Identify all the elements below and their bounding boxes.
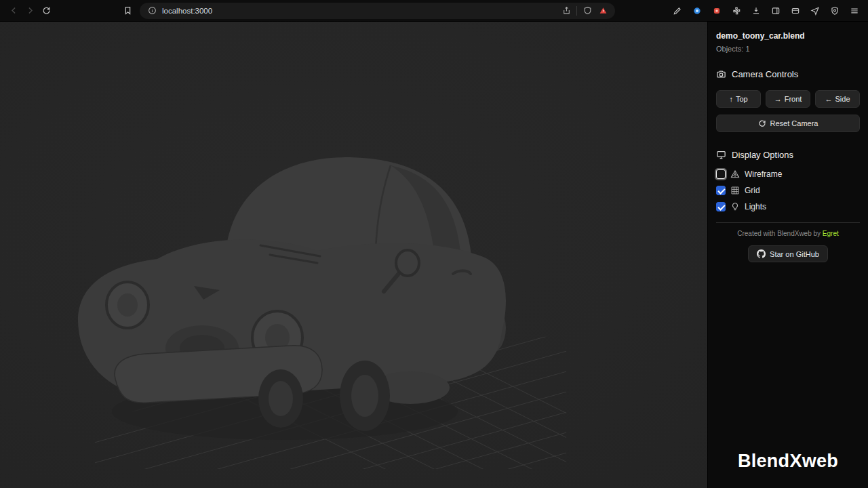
grid-icon bbox=[730, 186, 740, 195]
sidebar-toggle-icon[interactable] bbox=[768, 3, 784, 19]
wireframe-checkbox[interactable] bbox=[716, 169, 726, 179]
grid-checkbox[interactable] bbox=[716, 186, 726, 195]
reload-icon[interactable] bbox=[38, 3, 54, 19]
sidebar-divider bbox=[716, 222, 860, 223]
browser-toolbar: localhost:3000 bbox=[0, 0, 868, 22]
refresh-icon bbox=[758, 119, 766, 127]
camera-front-button[interactable]: → Front bbox=[766, 90, 810, 108]
shield-icon[interactable] bbox=[582, 5, 593, 16]
forward-icon[interactable] bbox=[22, 3, 38, 19]
monitor-icon bbox=[716, 150, 726, 160]
share-icon[interactable] bbox=[561, 5, 572, 16]
up-arrow-icon: ↑ bbox=[729, 95, 733, 103]
camera-controls-title: Camera Controls bbox=[732, 69, 798, 79]
card-icon[interactable] bbox=[787, 3, 804, 19]
3d-viewport[interactable] bbox=[0, 22, 707, 488]
camera-side-button[interactable]: ← Side bbox=[815, 90, 860, 108]
left-arrow-icon: ← bbox=[825, 95, 832, 103]
url-text[interactable]: localhost:3000 bbox=[162, 7, 212, 15]
camera-controls-header: Camera Controls bbox=[716, 69, 860, 79]
lights-checkbox[interactable] bbox=[716, 202, 726, 211]
viewer-sidebar: demo_toony_car.blend Objects: 1 Camera C… bbox=[707, 22, 868, 488]
display-options-header: Display Options bbox=[716, 150, 860, 160]
display-options-title: Display Options bbox=[732, 150, 793, 160]
toolbar-right-icons bbox=[669, 3, 863, 19]
file-name: demo_toony_car.blend bbox=[716, 31, 860, 41]
url-bar[interactable]: localhost:3000 bbox=[140, 3, 615, 19]
camera-top-button[interactable]: ↑ Top bbox=[716, 90, 761, 108]
extension-blue-icon[interactable] bbox=[689, 3, 705, 19]
lights-toggle[interactable]: Lights bbox=[716, 202, 860, 211]
bookmark-icon[interactable] bbox=[119, 3, 136, 19]
objects-count: Objects: 1 bbox=[716, 45, 860, 53]
wireframe-icon bbox=[730, 169, 740, 179]
lightbulb-icon bbox=[730, 202, 740, 211]
edit-icon[interactable] bbox=[669, 3, 686, 19]
github-star-button[interactable]: Star on GitHub bbox=[748, 245, 828, 262]
car-model-scene bbox=[0, 22, 707, 488]
send-icon[interactable] bbox=[807, 3, 823, 19]
display-options-list: Wireframe Grid Lights bbox=[716, 169, 860, 211]
car-model bbox=[78, 157, 506, 431]
badge-shield-icon[interactable] bbox=[827, 3, 843, 19]
extension-red-icon[interactable] bbox=[709, 3, 725, 19]
github-icon bbox=[757, 249, 766, 258]
camera-view-buttons: ↑ Top → Front ← Side bbox=[716, 90, 860, 108]
site-info-icon[interactable] bbox=[146, 5, 157, 16]
credit-line: Created with BlendXweb by Egret bbox=[716, 230, 860, 237]
egret-link[interactable]: Egret bbox=[823, 230, 839, 237]
wireframe-toggle[interactable]: Wireframe bbox=[716, 169, 860, 179]
adblock-extension-icon[interactable] bbox=[597, 5, 608, 16]
back-icon[interactable] bbox=[5, 3, 22, 19]
urlbar-divider bbox=[576, 6, 577, 16]
extensions-puzzle-icon[interactable] bbox=[728, 3, 745, 19]
download-icon[interactable] bbox=[748, 3, 764, 19]
camera-icon bbox=[716, 69, 726, 79]
menu-icon[interactable] bbox=[846, 3, 863, 19]
blendxweb-logo: BlendXweb bbox=[708, 451, 868, 472]
right-arrow-icon: → bbox=[774, 95, 782, 103]
grid-toggle[interactable]: Grid bbox=[716, 186, 860, 195]
reset-camera-button[interactable]: Reset Camera bbox=[716, 115, 860, 132]
